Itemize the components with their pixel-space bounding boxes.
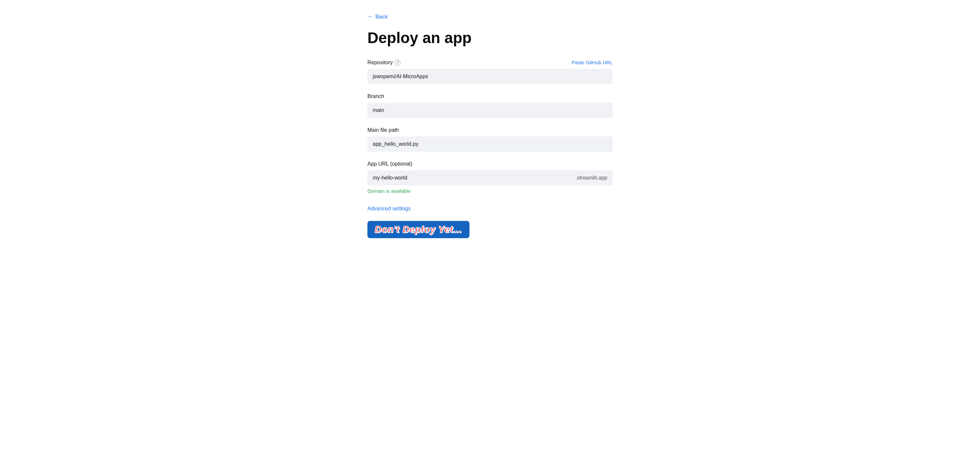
repository-help-icon[interactable]: ?: [395, 60, 401, 65]
branch-section: Branch: [368, 94, 612, 118]
back-label: Back: [375, 14, 388, 20]
page-container: ← Back Deploy an app Repository ? Paste …: [348, 0, 632, 251]
repository-section: Repository ? Paste GitHub URL: [368, 60, 612, 84]
domain-available-status: Domain is available: [368, 188, 612, 194]
branch-field-row: Branch: [368, 94, 612, 99]
main-file-path-input[interactable]: [368, 137, 612, 152]
main-file-path-section: Main file path: [368, 127, 612, 152]
main-file-path-field-row: Main file path: [368, 127, 612, 133]
repository-label: Repository ?: [368, 60, 401, 65]
deploy-button-label: Don't Deploy Yet...: [375, 224, 462, 235]
app-url-suffix: .streamlit.app: [576, 170, 612, 186]
repository-input[interactable]: [368, 69, 612, 84]
repository-field-row: Repository ? Paste GitHub URL: [368, 60, 612, 65]
advanced-settings-link[interactable]: Advanced settings: [368, 206, 411, 212]
main-file-path-label: Main file path: [368, 127, 399, 133]
app-url-input-wrapper: .streamlit.app: [368, 170, 612, 186]
deploy-button-wrapper: Don't Deploy Yet...: [368, 221, 612, 238]
app-url-section: App URL (optional) .streamlit.app Domain…: [368, 161, 612, 194]
back-arrow-icon: ←: [368, 13, 373, 20]
back-link[interactable]: ← Back: [368, 13, 388, 20]
branch-label: Branch: [368, 94, 384, 99]
advanced-settings-section: Advanced settings: [368, 203, 612, 212]
app-url-input[interactable]: [368, 170, 576, 186]
deploy-button[interactable]: Don't Deploy Yet...: [368, 221, 469, 238]
branch-input[interactable]: [368, 103, 612, 118]
page-title: Deploy an app: [368, 30, 612, 46]
app-url-field-row: App URL (optional): [368, 161, 612, 167]
paste-github-url-link[interactable]: Paste GitHub URL: [572, 60, 612, 65]
app-url-label: App URL (optional): [368, 161, 412, 167]
